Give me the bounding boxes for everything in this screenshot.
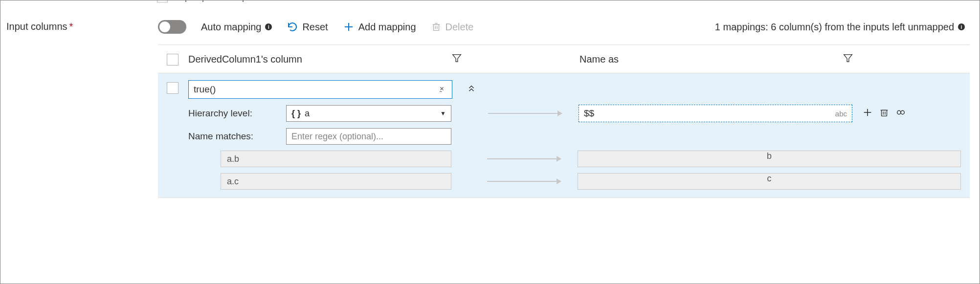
hierarchy-level-select[interactable]: { }a ▼ — [286, 105, 451, 122]
mapping-arrow-icon — [480, 158, 568, 159]
hierarchy-level-label: Hierarchy level: — [188, 108, 286, 119]
info-icon[interactable]: i — [294, 0, 301, 0]
svg-point-18 — [901, 110, 904, 114]
info-icon[interactable]: i — [265, 23, 272, 30]
add-button[interactable] — [862, 107, 873, 120]
svg-marker-7 — [453, 55, 461, 62]
expression-edit-icon[interactable] — [438, 85, 447, 94]
target-column-readonly: b — [578, 151, 961, 167]
chevron-down-icon: ▼ — [440, 110, 446, 117]
source-column-header: DerivedColumn1's column — [188, 54, 302, 65]
auto-mapping-toggle[interactable] — [158, 20, 186, 34]
add-mapping-button[interactable]: Add mapping — [343, 21, 416, 33]
reset-button[interactable]: Reset — [287, 21, 328, 33]
name-as-input[interactable]: $$ abc — [579, 105, 852, 122]
source-column-readonly: a.b — [221, 151, 451, 167]
collapse-icon[interactable] — [467, 84, 476, 95]
name-matches-input[interactable]: Enter regex (optional)... — [286, 128, 451, 145]
filter-icon[interactable] — [843, 53, 853, 66]
target-column-readonly: c — [578, 173, 961, 190]
select-all-checkbox[interactable] — [167, 54, 178, 66]
skip-dup-checkbox[interactable] — [157, 0, 168, 2]
delete-icon[interactable] — [879, 107, 890, 120]
svg-marker-8 — [844, 55, 852, 62]
input-columns-label: Input columns* — [6, 15, 148, 198]
svg-rect-2 — [433, 24, 439, 30]
skip-dup-label: Skip duplicate output columns — [173, 0, 290, 2]
row-checkbox[interactable] — [167, 82, 178, 94]
source-column-readonly: a.c — [221, 173, 451, 190]
mapping-status: 1 mappings: 6 column(s) from the inputs … — [715, 22, 970, 33]
toolbar: Auto mapping i Reset Add mapping — [158, 15, 970, 39]
info-icon[interactable]: i — [958, 23, 965, 30]
name-matches-label: Name matches: — [188, 131, 286, 142]
mapping-arrow-icon — [480, 181, 568, 182]
filter-icon[interactable] — [451, 53, 462, 66]
svg-point-17 — [897, 110, 901, 114]
link-icon[interactable] — [895, 107, 906, 120]
auto-mapping-label: Auto mapping i — [201, 22, 272, 33]
column-header-row: DerivedColumn1's column Name as — [158, 45, 970, 73]
name-as-header: Name as — [579, 54, 619, 65]
mapping-arrow-icon — [481, 113, 569, 114]
svg-rect-13 — [882, 110, 887, 116]
delete-button: Delete — [431, 22, 474, 33]
expression-input[interactable]: true() — [188, 80, 452, 99]
